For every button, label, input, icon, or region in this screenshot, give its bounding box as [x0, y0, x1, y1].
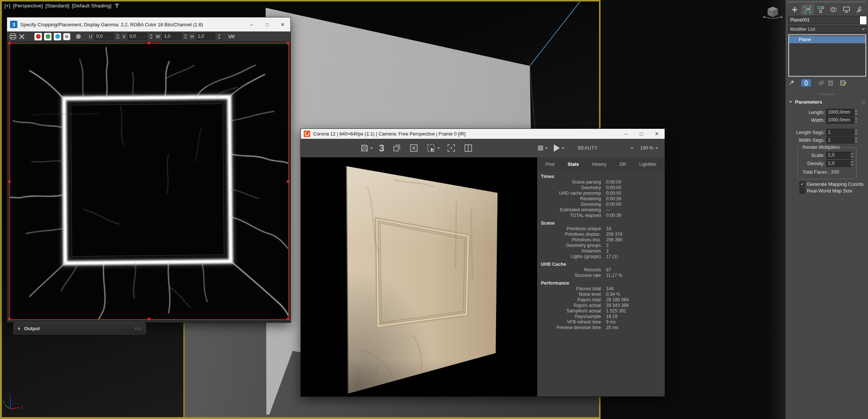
- u-spinner[interactable]: [116, 33, 120, 40]
- tab-post[interactable]: Post: [545, 162, 555, 167]
- viewport-splitter-line[interactable]: [183, 322, 184, 418]
- per-view-filter-icon[interactable]: [114, 3, 120, 8]
- v-spinner[interactable]: [149, 33, 154, 40]
- ab-compare-button[interactable]: [464, 142, 473, 154]
- crop-handle-br[interactable]: [287, 318, 289, 320]
- tab-dr[interactable]: DR: [619, 162, 626, 167]
- h-spinner[interactable]: [217, 33, 222, 40]
- alpha-channel-button[interactable]: [63, 33, 70, 40]
- scale-input[interactable]: 1,0: [826, 152, 851, 159]
- pin-stack-icon[interactable]: [788, 80, 794, 86]
- stack-item-plane[interactable]: Plane: [789, 36, 865, 43]
- output-rollout[interactable]: Output: [13, 322, 146, 335]
- v-input[interactable]: 0,0: [128, 33, 147, 40]
- stack-toolbar: [788, 79, 866, 87]
- zoom-select[interactable]: 100 %: [640, 145, 658, 151]
- length-segs-input[interactable]: 1: [826, 129, 854, 136]
- stop-dropdown-caret-icon[interactable]: [545, 147, 548, 149]
- tab-lightmix[interactable]: LightMix: [639, 162, 656, 167]
- length-input[interactable]: 1000,0mm: [826, 109, 854, 116]
- maximize-button[interactable]: □: [633, 129, 649, 139]
- save-image-icon[interactable]: [9, 33, 17, 40]
- width-spinner[interactable]: [854, 117, 858, 124]
- viewport-menu-shading[interactable]: [Default Shading]: [72, 3, 112, 9]
- red-channel-button[interactable]: [34, 33, 42, 40]
- region-dropdown-caret-icon[interactable]: [437, 147, 440, 149]
- w-input[interactable]: 1,0: [162, 33, 182, 40]
- maximize-button[interactable]: □: [259, 17, 275, 31]
- active-viewport-border-left: [0, 0, 2, 419]
- crop-handle-bm[interactable]: [148, 318, 150, 320]
- object-color-swatch[interactable]: [859, 16, 867, 25]
- real-world-checkbox[interactable]: [799, 188, 805, 194]
- tab-history[interactable]: History: [592, 162, 606, 167]
- minimize-button[interactable]: –: [244, 17, 259, 31]
- crop-handle-tm[interactable]: [148, 42, 150, 44]
- save-dropdown-caret-icon[interactable]: [370, 147, 373, 149]
- minimize-button[interactable]: –: [618, 129, 633, 139]
- render-dropdown-caret-icon[interactable]: [562, 147, 565, 149]
- length-spinner[interactable]: [854, 109, 858, 116]
- scale-spinner[interactable]: [850, 152, 854, 159]
- density-spinner[interactable]: [850, 160, 854, 167]
- tab-create[interactable]: [788, 4, 801, 15]
- tab-motion[interactable]: [827, 4, 840, 15]
- length-segs-spinner[interactable]: [854, 129, 858, 136]
- viewport-menu-general[interactable]: [+]: [4, 3, 10, 9]
- render-element-select[interactable]: BEAUTY: [578, 145, 633, 151]
- generate-mapping-checkbox[interactable]: ✔: [799, 181, 805, 187]
- modifier-stack[interactable]: Plane: [788, 34, 866, 77]
- crop-handle-tr[interactable]: [287, 42, 289, 44]
- monochrome-channel-button[interactable]: [76, 34, 81, 39]
- duplicate-to-history-button[interactable]: [392, 142, 401, 154]
- stat-row: Primitives unique18: [541, 226, 662, 232]
- width-input[interactable]: 1000,0mm: [826, 117, 854, 124]
- crop-handle-mr[interactable]: [287, 180, 289, 183]
- modifier-list-dropdown[interactable]: Modifier List: [788, 26, 867, 33]
- viewport-menu-pov[interactable]: [Perspective]: [13, 3, 43, 9]
- tab-modify[interactable]: [801, 4, 814, 15]
- width-segs-input[interactable]: 1: [826, 137, 854, 144]
- close-button[interactable]: ✕: [649, 129, 665, 139]
- crop-window-titlebar[interactable]: 3 Specify Cropping/Placement, Display Ga…: [7, 17, 290, 31]
- crop-region-border[interactable]: [9, 43, 289, 320]
- stop-render-button[interactable]: [538, 145, 543, 151]
- viewport-menu-renderer[interactable]: [Standard]: [46, 3, 69, 9]
- configure-modifier-sets-icon[interactable]: [840, 80, 847, 86]
- render-canvas[interactable]: [301, 157, 537, 396]
- track-mouse-button[interactable]: [447, 142, 456, 154]
- show-end-result-button[interactable]: [801, 79, 811, 87]
- parameters-rollout-header[interactable]: Parameters: [789, 99, 865, 105]
- crop-handle-tl[interactable]: [8, 42, 11, 44]
- crop-handle-bl[interactable]: [8, 318, 11, 320]
- stat-row: Rays/s actual28 343 388: [541, 303, 662, 308]
- h-input[interactable]: 1,0: [196, 33, 215, 40]
- start-render-button[interactable]: [554, 144, 560, 152]
- viewcube-icon[interactable]: [762, 4, 783, 21]
- panel-grip-icon[interactable]: [788, 1, 866, 3]
- u-input[interactable]: 0,0: [94, 33, 114, 40]
- remove-modifier-trash-icon[interactable]: [828, 80, 833, 86]
- density-input[interactable]: 1,0: [826, 160, 851, 167]
- active-viewport-border-bottom: [0, 417, 601, 419]
- tab-utilities[interactable]: [853, 4, 866, 15]
- 3dsmax-logo-button[interactable]: 3: [379, 142, 384, 154]
- crop-handle-ml[interactable]: [8, 180, 11, 183]
- clear-vfb-button[interactable]: [409, 142, 418, 154]
- width-segs-spinner[interactable]: [854, 137, 858, 144]
- save-render-button[interactable]: [360, 142, 373, 154]
- w-spinner[interactable]: [184, 33, 188, 40]
- tab-display[interactable]: [840, 4, 853, 15]
- green-channel-button[interactable]: [44, 33, 51, 40]
- tab-stats[interactable]: Stats: [568, 162, 579, 167]
- corona-titlebar[interactable]: Corona 12 | 640×640px (1:1) | Camera: Fr…: [301, 129, 665, 139]
- clear-image-icon[interactable]: [19, 34, 25, 40]
- close-button[interactable]: ✕: [275, 17, 290, 31]
- render-region-button[interactable]: [426, 142, 440, 154]
- element-caret-icon: [631, 147, 633, 149]
- object-name-input[interactable]: Plane001: [788, 16, 859, 24]
- uv-toggle[interactable]: UV: [229, 34, 235, 39]
- blue-channel-button[interactable]: [54, 33, 61, 40]
- make-unique-icon[interactable]: [818, 80, 825, 86]
- tab-hierarchy[interactable]: [814, 4, 827, 15]
